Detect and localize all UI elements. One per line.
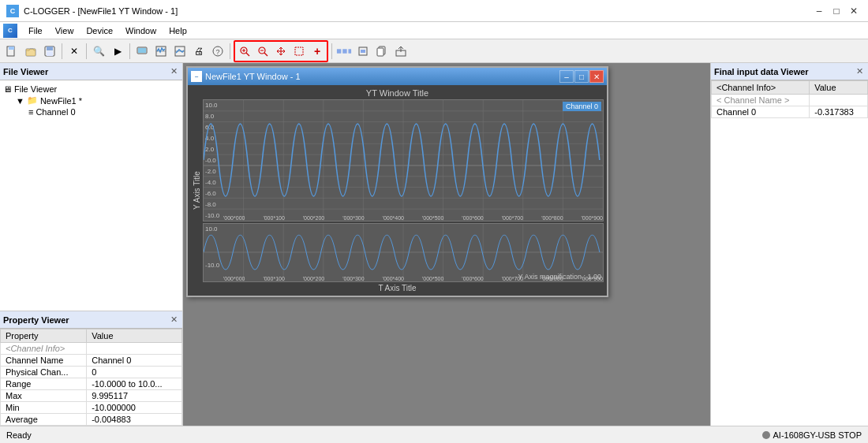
property-row[interactable]: Range-10.0000 to 10.0...: [1, 378, 182, 390]
property-row[interactable]: Average-0.004883: [1, 414, 182, 426]
xtick-8: '000*800: [541, 215, 563, 221]
svg-text:?: ?: [215, 48, 219, 56]
yt-window-title-text: NewFile1 YT Window - 1: [205, 72, 301, 81]
xtick-4: '000*400: [383, 215, 404, 221]
tb-export-button[interactable]: [392, 43, 410, 60]
tb-zoom-in-button[interactable]: [236, 43, 253, 60]
tb-new-button[interactable]: [3, 43, 21, 60]
final-data-row: Channel 0-0.317383: [712, 106, 868, 118]
property-col-header: Property: [1, 329, 87, 343]
t-axis-label: T Axis Title: [378, 284, 416, 292]
status-text: Ready: [6, 430, 32, 440]
final-viewer-title: Final input data Viewer: [714, 67, 809, 76]
property-row[interactable]: Channel NameChannel 0: [1, 355, 182, 367]
tb-search-button[interactable]: 🔍: [90, 43, 107, 60]
tree-root[interactable]: 🖥 File Viewer: [3, 84, 179, 95]
yt-close-btn[interactable]: ✕: [589, 70, 604, 83]
file-viewer-close[interactable]: ✕: [169, 66, 179, 76]
tree-expand-icon: ▼: [16, 96, 24, 106]
tb-print-button[interactable]: 🖨: [190, 43, 208, 60]
chart-bottom: T Axis Title: [191, 282, 604, 292]
property-viewer-title: Property Viewer: [3, 315, 69, 325]
value-col-header: Value: [87, 329, 182, 343]
tb-save-button[interactable]: [41, 43, 58, 60]
property-row[interactable]: <Channel Info>: [1, 343, 182, 355]
yt-title-icon: ~: [191, 71, 202, 82]
left-panel: File Viewer ✕ 🖥 File Viewer ▼ 📁 NewFile1…: [0, 63, 183, 426]
tb-delete-button[interactable]: ✕: [65, 43, 83, 60]
property-row[interactable]: Max9.995117: [1, 390, 182, 402]
tb-bar2-button[interactable]: [354, 43, 372, 60]
value-cell: -0.004883: [87, 414, 182, 426]
tb-chart1-button[interactable]: [152, 43, 170, 60]
maximize-button[interactable]: □: [829, 3, 844, 19]
tree-root-label: File Viewer: [14, 84, 57, 94]
tree-newfile1[interactable]: ▼ 📁 NewFile1 *: [3, 95, 179, 106]
menu-device[interactable]: Device: [80, 24, 119, 37]
value-cell: -10.0000 to 10.0...: [87, 378, 182, 390]
tb-zoom-out-button[interactable]: [254, 43, 271, 60]
final-data-row: < Channel Name >: [712, 95, 868, 106]
yt-window-title: ~ NewFile1 YT Window - 1: [191, 71, 301, 82]
svg-rect-25: [342, 49, 346, 53]
menu-file[interactable]: File: [22, 24, 49, 37]
property-viewer-close[interactable]: ✕: [169, 315, 179, 325]
yt-minimize-btn[interactable]: –: [559, 70, 574, 83]
svg-rect-23: [295, 47, 303, 55]
final-channel-cell: < Channel Name >: [712, 95, 810, 106]
svg-line-17: [246, 53, 249, 56]
lower-xtick-8: '000*800: [541, 276, 563, 281]
chart-plots: Channel 0 10.0 8.0 6.0 4.0 2.0 -0.0 -2.0: [203, 99, 604, 282]
svg-line-21: [264, 53, 268, 56]
property-table: Property Value <Channel Info>Channel Nam…: [0, 329, 182, 426]
title-bar-left: C C-LOGGER - [NewFile1 YT Window - 1]: [6, 5, 178, 17]
minimize-button[interactable]: –: [811, 3, 827, 19]
lower-chart[interactable]: Y Axis magnification : 1.00 10.0 -10.0: [203, 223, 604, 282]
yt-maximize-btn[interactable]: □: [574, 70, 589, 83]
xtick-1: '000*100: [263, 215, 284, 221]
separator-3: [129, 43, 130, 59]
svg-rect-5: [47, 47, 53, 50]
tb-zoom-area-button[interactable]: [290, 43, 308, 60]
property-cell: Physical Chan...: [1, 367, 87, 378]
tb-chart2-button[interactable]: [171, 43, 189, 60]
tree-channel0[interactable]: ≡ Channel 0: [3, 106, 179, 117]
tb-open-button[interactable]: [22, 43, 39, 60]
tb-copy-button[interactable]: [373, 43, 391, 60]
menu-help[interactable]: Help: [163, 24, 193, 37]
property-cell: Range: [1, 378, 87, 390]
close-button[interactable]: ✕: [846, 3, 862, 19]
final-value-header: Value: [810, 81, 868, 95]
property-cell: Average: [1, 414, 87, 426]
tb-screen-button[interactable]: [133, 43, 151, 60]
xtick-0: '000*000: [223, 215, 245, 221]
value-cell: -10.000000: [87, 402, 182, 414]
status-bar: Ready AI-1608GY-USB STOP: [0, 426, 868, 443]
upper-chart[interactable]: Channel 0 10.0 8.0 6.0 4.0 2.0 -0.0 -2.0: [203, 99, 604, 222]
separator-5: [331, 43, 332, 59]
lower-xtick-5: '000*500: [422, 276, 443, 281]
yt-window-title-bar: ~ NewFile1 YT Window - 1 – □ ✕: [188, 68, 607, 85]
tb-add-button[interactable]: +: [309, 43, 326, 60]
upper-wave-svg: [204, 100, 603, 221]
menu-view[interactable]: View: [49, 24, 80, 37]
separator-1: [62, 43, 62, 59]
final-viewer-header: Final input data Viewer ✕: [711, 63, 868, 80]
final-data-table: <Channel Info> Value < Channel Name >Cha…: [711, 80, 868, 118]
final-viewer-close[interactable]: ✕: [855, 66, 865, 76]
tb-bar1-button[interactable]: [335, 43, 353, 60]
lower-xtick-3: '000*300: [342, 276, 364, 281]
tb-help-button[interactable]: ?: [209, 43, 226, 60]
tree-newfile1-label: NewFile1 *: [40, 96, 82, 106]
title-bar-controls: – □ ✕: [811, 3, 862, 19]
property-row[interactable]: Min-10.000000: [1, 402, 182, 414]
yt-window-controls: – □ ✕: [559, 70, 604, 83]
xtick-9: '000*900: [582, 215, 603, 221]
property-row[interactable]: Physical Chan...0: [1, 367, 182, 378]
property-cell: Max: [1, 390, 87, 402]
y-axis-label: Y Axis Title: [191, 99, 203, 282]
right-panel: Final input data Viewer ✕ <Channel Info>…: [710, 63, 868, 426]
tb-move-button[interactable]: [272, 43, 290, 60]
tb-run-button[interactable]: ▶: [109, 43, 126, 60]
menu-window[interactable]: Window: [119, 24, 163, 37]
